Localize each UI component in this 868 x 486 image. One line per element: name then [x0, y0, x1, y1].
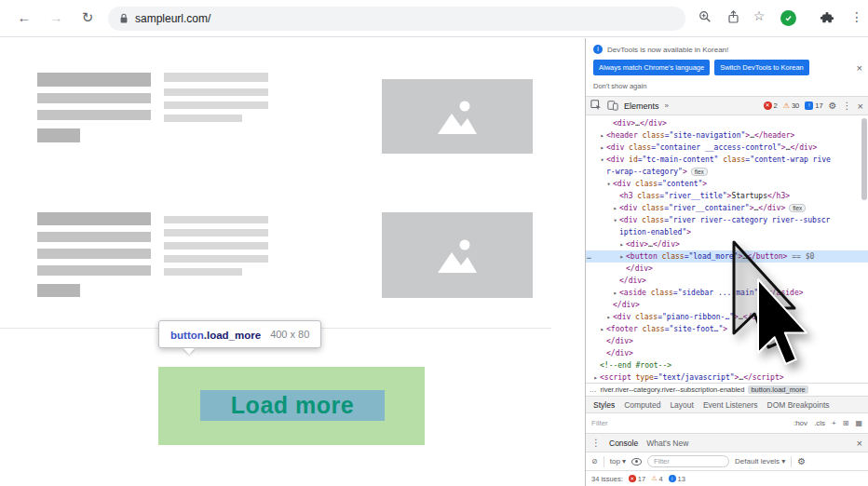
- devtools-close-icon[interactable]: ×: [858, 101, 863, 112]
- tree-node[interactable]: ▾<div id="tc-main-content" class="conten…: [586, 154, 868, 166]
- placeholder-bar: [37, 265, 151, 276]
- live-expression-eye-icon[interactable]: [631, 458, 642, 466]
- tree-node[interactable]: </div>: [586, 299, 868, 311]
- tree-node[interactable]: <div>…</div>: [586, 117, 868, 129]
- tree-node[interactable]: ▸<div class="container __access-control"…: [586, 142, 868, 154]
- tree-node[interactable]: ▾<div class="content">: [586, 178, 868, 190]
- tree-node[interactable]: ▾<div class="river river--category river…: [586, 214, 868, 226]
- new-style-rule-button[interactable]: +: [832, 419, 836, 427]
- placeholder-bar: [37, 93, 151, 103]
- tree-node[interactable]: r-wrap--category">flex: [586, 166, 868, 178]
- lock-icon: [119, 13, 129, 24]
- tab-layout[interactable]: Layout: [670, 400, 694, 410]
- browser-menu-button[interactable]: ⋮: [848, 9, 866, 24]
- inspect-element-icon[interactable]: [590, 98, 602, 115]
- placeholder-bar: [37, 73, 151, 87]
- tree-node[interactable]: <!--end #root-->: [586, 359, 868, 371]
- grid-icon[interactable]: ⊞: [843, 419, 849, 427]
- devtools-menu-icon[interactable]: ⋮: [843, 101, 852, 111]
- toggle-hover-state-button[interactable]: :hov: [793, 419, 807, 427]
- tab-whats-new[interactable]: What's New: [646, 439, 688, 448]
- tree-node[interactable]: ▸<footer class="site-foot…">: [586, 323, 868, 335]
- warning-count-badge[interactable]: ⚠30: [783, 101, 800, 110]
- placeholder-line: [164, 216, 268, 223]
- load-more-button[interactable]: Load more: [231, 392, 354, 419]
- tree-node[interactable]: </div>: [586, 347, 868, 359]
- match-language-button[interactable]: Always match Chrome's language: [593, 60, 710, 75]
- breadcrumb-item[interactable]: river.river--category.river--subscriptio…: [601, 385, 745, 394]
- green-extension-icon[interactable]: [780, 10, 796, 26]
- tree-node[interactable]: ▸<script type="text/javascript">…</scrip…: [586, 371, 868, 383]
- sidebar-pane-tabs: Styles Computed Layout Event Listeners D…: [586, 396, 868, 412]
- layers-icon[interactable]: ▦: [855, 419, 862, 427]
- refresh-button[interactable]: ↻: [78, 9, 97, 26]
- tree-node[interactable]: ▸<header class="site-navigation">…</head…: [586, 129, 868, 142]
- back-button[interactable]: ←: [15, 9, 34, 25]
- toggle-class-button[interactable]: .cls: [814, 419, 825, 427]
- tree-node[interactable]: ▸<div>…</div>: [586, 238, 868, 250]
- issues-summary-label[interactable]: 34 issues:: [591, 475, 623, 483]
- share-icon[interactable]: [725, 10, 741, 27]
- styles-filter-input[interactable]: [591, 419, 694, 427]
- tab-event-listeners[interactable]: Event Listeners: [703, 400, 758, 410]
- console-filter-input[interactable]: [647, 455, 729, 467]
- drawer-menu-icon[interactable]: ⋮: [591, 438, 601, 448]
- placeholder-line: [164, 229, 268, 236]
- notice-text: DevTools is now available in Korean!: [607, 46, 728, 54]
- extensions-puzzle-icon[interactable]: [821, 11, 834, 28]
- tree-node[interactable]: ▸<aside class="sidebar ... main">…</asid…: [586, 287, 868, 299]
- tab-dom-breakpoints[interactable]: DOM Breakpoints: [767, 400, 830, 410]
- tab-computed[interactable]: Computed: [624, 400, 660, 410]
- placeholder-bar: [37, 128, 80, 142]
- browser-chrome: ← → ↻ sampleurl.com/ ☆ ⋮: [0, 0, 868, 37]
- tree-node[interactable]: </div>: [586, 263, 868, 275]
- placeholder-bar: [37, 284, 80, 297]
- switch-korean-button[interactable]: Switch DevTools to Korean: [714, 60, 809, 75]
- devtools-panel: i DevTools is now available in Korean! A…: [585, 38, 868, 486]
- placeholder-line: [164, 268, 242, 276]
- elements-tree: <div>…</div>▸<header class="site-navigat…: [586, 115, 868, 383]
- tab-styles[interactable]: Styles: [593, 400, 615, 410]
- tree-node[interactable]: </div>: [586, 335, 868, 347]
- url-text: sampleurl.com/: [135, 12, 210, 25]
- tree-node-selected[interactable]: …▸<button class="load_more">…</button> =…: [586, 250, 868, 263]
- zoom-icon[interactable]: [697, 10, 713, 27]
- tooltip-tag: button: [170, 330, 204, 341]
- execution-context-selector[interactable]: top ▾: [610, 457, 626, 466]
- placeholder-bar: [37, 249, 151, 259]
- tooltip-notch: [183, 348, 195, 355]
- tree-node[interactable]: ▸<div class="river__container">…</div>fl…: [586, 202, 868, 214]
- tab-console[interactable]: Console: [609, 439, 638, 448]
- placeholder-line: [164, 101, 268, 109]
- breadcrumb-item-selected[interactable]: button.load_more: [748, 385, 807, 394]
- log-levels-dropdown[interactable]: Default levels ▾: [735, 457, 785, 466]
- tree-node[interactable]: iption-enabled">: [586, 226, 868, 238]
- bookmark-star-icon[interactable]: ☆: [751, 8, 767, 23]
- tab-elements[interactable]: Elements: [624, 101, 659, 111]
- device-toolbar-icon[interactable]: [607, 98, 618, 115]
- placeholder-line: [164, 88, 268, 96]
- dont-show-again-link[interactable]: Don't show again: [593, 82, 646, 90]
- more-tabs-icon[interactable]: »: [665, 101, 669, 110]
- placeholder-line: [164, 242, 268, 250]
- settings-gear-icon[interactable]: ⚙: [829, 101, 837, 111]
- notice-close-icon[interactable]: ×: [857, 62, 862, 74]
- tree-node[interactable]: ▸<div class="piano-ribbon-…">…</div>: [586, 311, 868, 323]
- styles-toolbar: :hov .cls + ⊞ ▦: [586, 412, 868, 433]
- drawer-close-icon[interactable]: ×: [857, 438, 862, 449]
- breadcrumb-item[interactable]: …: [590, 385, 597, 394]
- console-settings-gear-icon[interactable]: ⚙: [797, 456, 806, 466]
- status-error-count: ✕17: [629, 475, 645, 483]
- tooltip-class: .load_more: [204, 330, 261, 341]
- clear-console-icon[interactable]: ⊘: [591, 457, 598, 466]
- forward-button[interactable]: →: [47, 9, 65, 25]
- placeholder-bar: [37, 212, 151, 225]
- tree-node[interactable]: </div>: [586, 275, 868, 287]
- status-info-count: i13: [669, 475, 685, 483]
- info-icon: i: [593, 45, 603, 54]
- error-count-badge[interactable]: ✕2: [764, 101, 778, 110]
- tree-node[interactable]: <h3 class="river__title">Startups</h3>: [586, 190, 868, 202]
- console-toolbar: ⊘ top ▾ Default levels ▾ ⚙: [586, 452, 868, 471]
- address-bar[interactable]: sampleurl.com/: [108, 7, 685, 31]
- issues-count-badge[interactable]: !17: [805, 101, 822, 110]
